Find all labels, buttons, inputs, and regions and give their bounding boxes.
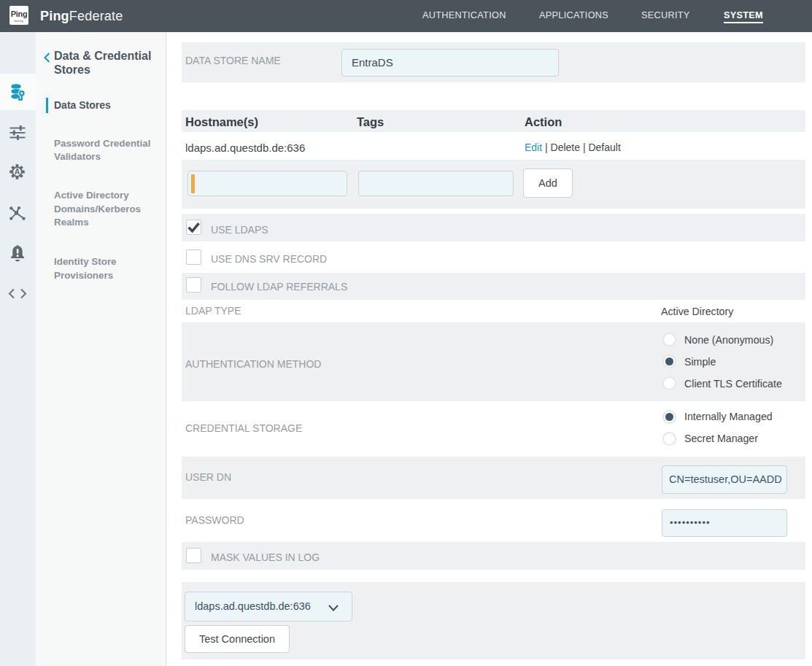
svg-text:A: A <box>15 167 20 176</box>
